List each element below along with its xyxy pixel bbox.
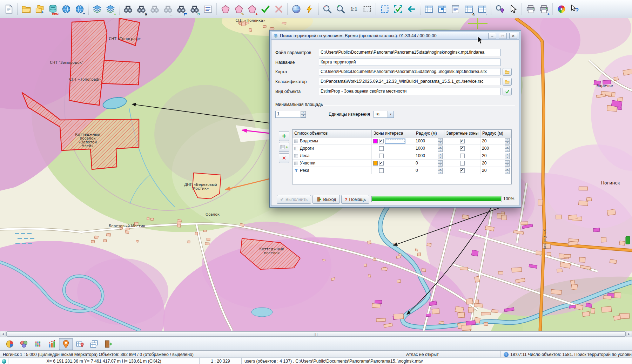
zone-edit-box[interactable] — [385, 139, 405, 144]
geoportals-button[interactable]: ≡ — [73, 2, 86, 16]
position-table-button[interactable] — [73, 338, 87, 350]
forbidden-radius-value[interactable]: 20 — [482, 153, 486, 158]
object-row[interactable]: Водоемы1000▲▼20▲▼ — [293, 137, 511, 145]
diagrams-button[interactable] — [3, 338, 17, 350]
close-button[interactable]: ✕ — [509, 33, 517, 39]
min-area-spinner[interactable]: ▲▼ — [301, 111, 306, 117]
name-input[interactable]: Карта территорий — [319, 59, 500, 66]
interest-checkbox[interactable] — [379, 146, 384, 151]
print-button[interactable] — [524, 2, 537, 16]
min-area-input[interactable]: 1 ▲▼ — [275, 111, 306, 118]
scroll-right-button[interactable]: ► — [626, 331, 632, 337]
forbidden-checkbox[interactable] — [460, 139, 465, 143]
exit-button[interactable]: Выход — [312, 195, 340, 204]
interest-checkbox[interactable] — [379, 139, 384, 143]
map-browse-button[interactable] — [503, 68, 512, 76]
forbidden-radius-spinner[interactable]: ▲▼ — [505, 168, 510, 174]
params-file-input[interactable]: C:\Users\Public\Documents\Panorama\Panor… — [319, 49, 500, 56]
edit-table-button[interactable]: a — [462, 2, 476, 16]
new-map-button[interactable] — [2, 2, 15, 16]
minimize-button[interactable]: – — [488, 33, 496, 39]
forbidden-checkbox[interactable] — [460, 154, 465, 158]
object-type-select-button[interactable] — [503, 88, 512, 95]
copy-table-button[interactable] — [87, 338, 101, 350]
map-composition-button[interactable] — [90, 2, 104, 16]
interest-checkbox[interactable] — [379, 154, 384, 158]
forbidden-checkbox[interactable] — [460, 161, 465, 166]
cancel-area-button[interactable] — [272, 2, 285, 16]
remove-object-button[interactable]: ✕ — [279, 153, 289, 163]
interest-radius-value[interactable]: 1000 — [416, 153, 425, 158]
chevron-down-icon[interactable]: ▼ — [388, 111, 394, 117]
find-by-list-button[interactable]: … — [161, 2, 175, 16]
search-territories-dialog[interactable]: Поиск территорий по условиям. Время (про… — [269, 30, 521, 208]
classifier-browse-button[interactable] — [503, 78, 512, 86]
interest-checkbox[interactable] — [379, 161, 384, 166]
forbidden-radius-spinner[interactable]: ▲▼ — [505, 138, 510, 144]
dot-map-button[interactable] — [31, 338, 45, 350]
zone-color-swatch[interactable] — [373, 139, 378, 143]
object-card-button[interactable] — [449, 2, 462, 16]
previous-scale-button[interactable] — [405, 2, 418, 16]
map-input[interactable]: C:\Users\Public\Documents\Panorama\Panor… — [319, 68, 500, 75]
zone-color-swatch[interactable] — [373, 161, 378, 166]
scroll-left-button[interactable]: ◄ — [0, 331, 6, 337]
forbidden-checkbox[interactable] — [460, 168, 465, 173]
object-row[interactable]: Участки0▲▼20▲▼ — [293, 160, 511, 167]
open-map-button[interactable] — [20, 2, 33, 16]
zoom-out-button[interactable]: − — [321, 2, 334, 16]
select-area-button[interactable] — [219, 2, 232, 16]
dialog-titlebar[interactable]: Поиск территорий по условиям. Время (про… — [271, 32, 519, 40]
selection-table-button[interactable] — [436, 2, 449, 16]
interest-radius-value[interactable]: 1000 — [416, 146, 425, 151]
geolocation-button[interactable] — [59, 338, 73, 350]
interest-radius-value[interactable]: 0 — [416, 161, 418, 166]
forbidden-radius-spinner[interactable]: ▲▼ — [505, 153, 510, 159]
col-object-list[interactable]: Список объектов — [293, 130, 372, 137]
object-row[interactable]: Дороги1000▲▼200▲▼ — [293, 145, 511, 152]
close-task-button[interactable] — [101, 338, 115, 350]
col-forbidden-zones[interactable]: Запретные зоны — [444, 130, 480, 137]
object-row[interactable]: Леса1000▲▼20▲▼ — [293, 152, 511, 160]
find-object-button[interactable] — [121, 2, 135, 16]
select-frame-button[interactable] — [378, 2, 391, 16]
zoom-frame-button[interactable] — [361, 2, 374, 16]
col-forbidden-radius[interactable]: Радиус (м) — [480, 130, 511, 137]
forbidden-checkbox[interactable] — [460, 146, 465, 151]
apply-area-button[interactable] — [259, 2, 272, 16]
add-area-button[interactable]: + — [246, 2, 259, 16]
add-object-from-map-button[interactable]: + — [279, 142, 289, 152]
object-type-input[interactable]: EstimProp - Зона оценки свойств местност… — [319, 88, 500, 95]
interest-radius-spinner[interactable]: ▲▼ — [438, 146, 443, 151]
point-search-button[interactable] — [493, 2, 506, 16]
forbidden-radius-spinner[interactable]: ▲▼ — [505, 160, 510, 166]
interest-radius-spinner[interactable]: ▲▼ — [438, 160, 443, 166]
maximize-button[interactable]: □ — [499, 33, 507, 39]
interest-radius-value[interactable]: 1000 — [416, 139, 425, 143]
object-diagrams-button[interactable] — [17, 338, 31, 350]
open-internet-map-button[interactable] — [60, 2, 73, 16]
palette-settings-button[interactable] — [555, 2, 568, 16]
execute-button[interactable]: ✔ Выполнить — [277, 195, 311, 204]
find-by-name-button[interactable]: a — [135, 2, 148, 16]
object-conditions-table[interactable]: Список объектов Зоны интереса Радиус (м)… — [292, 129, 512, 184]
print-setup-button[interactable]: + — [537, 2, 551, 16]
context-help-button[interactable] — [568, 2, 581, 16]
fast-drawing-button[interactable] — [303, 2, 316, 16]
objects-list-button[interactable] — [201, 2, 215, 16]
edit-area-button[interactable]: ✎ — [232, 2, 246, 16]
add-data-button[interactable]: + — [104, 2, 117, 16]
units-select[interactable]: га ▼ — [374, 111, 394, 118]
min-area-value[interactable]: 1 — [276, 111, 301, 117]
col-interest-zones[interactable]: Зоны интереса — [372, 130, 414, 137]
zoom-in-button[interactable]: + — [334, 2, 347, 16]
forbidden-radius-value[interactable]: 20 — [482, 161, 486, 166]
find-next-button[interactable] — [148, 2, 161, 16]
object-row[interactable]: Реки0▲▼20▲▼ — [293, 167, 511, 174]
forbidden-radius-spinner[interactable]: ▲▼ — [505, 146, 510, 151]
hscroll-thumb[interactable]: ||| — [6, 331, 626, 337]
interest-radius-spinner[interactable]: ▲▼ — [438, 153, 443, 159]
add-object-button[interactable]: + — [279, 131, 289, 141]
export-table-button[interactable]: → — [476, 2, 489, 16]
status-scale[interactable]: 1 : 20 329 — [200, 358, 242, 364]
